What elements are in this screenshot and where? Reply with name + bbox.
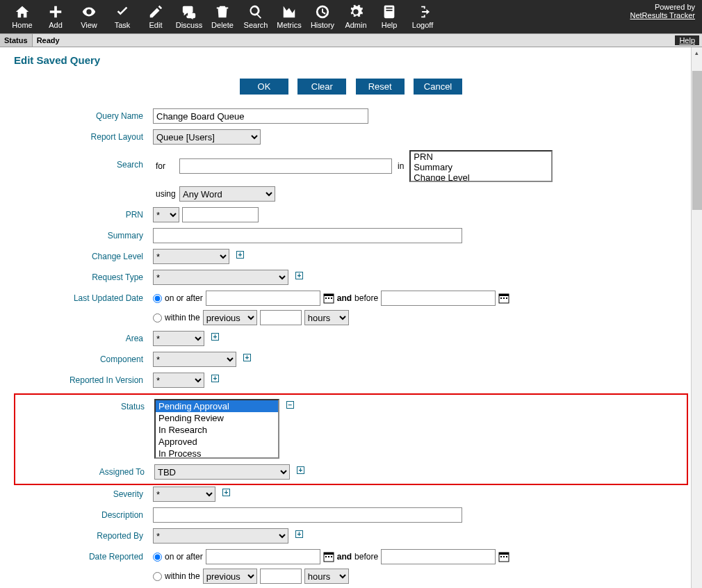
ok-button[interactable]: OK <box>240 79 288 95</box>
label-within: within the <box>165 313 200 322</box>
status-option[interactable]: Approved <box>156 436 278 448</box>
date-after-input[interactable] <box>206 291 320 306</box>
product-link[interactable]: NetResults Tracker <box>630 11 695 19</box>
area-select[interactable]: * <box>153 331 204 346</box>
toolbar-label: Task <box>115 21 131 29</box>
expand-icon[interactable]: + <box>211 375 219 382</box>
scroll-up-icon[interactable]: ▴ <box>692 47 702 58</box>
reported-by-select[interactable]: * <box>153 528 288 544</box>
on-or-after-radio[interactable] <box>153 294 162 303</box>
request-type-select[interactable]: * <box>153 270 288 285</box>
expand-icon[interactable]: + <box>243 354 251 361</box>
svg-rect-12 <box>325 556 327 557</box>
expand-icon[interactable]: + <box>295 530 303 538</box>
calendar-icon[interactable] <box>498 293 509 304</box>
label-report-layout: Report Layout <box>14 129 153 142</box>
plus-icon <box>48 4 63 19</box>
trash-icon <box>215 4 230 19</box>
toolbar-help[interactable]: Help <box>373 0 406 33</box>
toolbar-history[interactable]: History <box>306 0 339 33</box>
label-query-name: Query Name <box>14 108 153 121</box>
cancel-button[interactable]: Cancel <box>414 79 462 95</box>
label-description: Description <box>14 507 153 520</box>
collapse-icon[interactable]: − <box>286 401 294 409</box>
label-last-updated: Last Updated Date <box>14 291 153 303</box>
chart-icon <box>281 4 297 19</box>
date-reported-after-input[interactable] <box>206 549 320 564</box>
toolbar-admin[interactable]: Admin <box>339 0 373 33</box>
within-val-input[interactable] <box>260 569 302 584</box>
toolbar-edit[interactable]: Edit <box>139 0 172 33</box>
summary-input[interactable] <box>153 228 462 243</box>
within-radio[interactable] <box>153 572 162 581</box>
toolbar-label: History <box>311 21 334 29</box>
vertical-scrollbar[interactable]: ▴ <box>691 47 702 588</box>
status-option[interactable]: In Process <box>156 448 278 459</box>
status-option[interactable]: Pending Review <box>156 412 278 424</box>
severity-select[interactable]: * <box>153 487 215 502</box>
toolbar-delete[interactable]: Delete <box>206 0 239 33</box>
search-in-option[interactable]: Change Level <box>411 172 551 182</box>
description-input[interactable] <box>153 507 462 523</box>
logout-icon <box>415 4 430 19</box>
label-before: before <box>354 552 378 562</box>
svg-rect-18 <box>503 556 505 557</box>
toolbar-task[interactable]: Task <box>106 0 139 33</box>
expand-icon[interactable]: + <box>297 466 304 474</box>
label-component: Component <box>14 352 153 364</box>
within-radio[interactable] <box>153 313 162 322</box>
status-option[interactable]: In Research <box>156 424 278 436</box>
within-unit-select[interactable]: hours <box>304 569 349 584</box>
status-listbox[interactable]: Pending Approval Pending Review In Resea… <box>154 399 279 459</box>
svg-rect-14 <box>331 556 332 557</box>
toolbar-discuss[interactable]: Discuss <box>172 0 206 33</box>
reported-version-select[interactable]: * <box>153 373 204 388</box>
prn-op-select[interactable]: * <box>153 207 179 222</box>
check-icon <box>115 4 130 19</box>
expand-icon[interactable]: + <box>236 251 244 259</box>
page-content: Edit Saved Query OK Clear Reset Cancel Q… <box>0 47 702 588</box>
toolbar-view[interactable]: View <box>72 0 106 33</box>
expand-icon[interactable]: + <box>211 333 219 341</box>
date-reported-before-input[interactable] <box>381 549 496 564</box>
change-level-select[interactable]: * <box>153 249 229 264</box>
within-dir-select[interactable]: previous <box>203 310 257 325</box>
status-option[interactable]: Pending Approval <box>156 400 278 412</box>
search-icon <box>248 4 263 19</box>
query-name-input[interactable] <box>153 108 368 124</box>
on-or-after-radio[interactable] <box>153 553 162 562</box>
search-in-option[interactable]: PRN <box>411 152 551 162</box>
toolbar-label: Logoff <box>412 21 433 29</box>
within-dir-select[interactable]: previous <box>203 569 257 584</box>
within-val-input[interactable] <box>260 310 302 325</box>
calendar-icon[interactable] <box>323 551 334 562</box>
calendar-icon[interactable] <box>323 293 334 304</box>
prn-input[interactable] <box>182 207 259 222</box>
svg-rect-11 <box>324 553 334 555</box>
toolbar-home[interactable]: Home <box>6 0 39 33</box>
component-select[interactable]: * <box>153 352 236 367</box>
label-severity: Severity <box>14 487 153 499</box>
toolbar-metrics[interactable]: Metrics <box>272 0 306 33</box>
toolbar-search[interactable]: Search <box>239 0 272 33</box>
toolbar-label: Admin <box>345 21 366 29</box>
within-unit-select[interactable]: hours <box>304 310 349 325</box>
search-for-input[interactable] <box>179 158 392 174</box>
search-in-option[interactable]: Summary <box>411 162 551 172</box>
expand-icon[interactable]: + <box>222 489 230 496</box>
label-summary: Summary <box>14 228 153 240</box>
using-select[interactable]: Any Word <box>179 186 275 202</box>
clear-button[interactable]: Clear <box>297 79 346 95</box>
toolbar-add[interactable]: Add <box>39 0 72 33</box>
powered-by-label: Powered by <box>655 3 695 11</box>
toolbar-logoff[interactable]: Logoff <box>406 0 439 33</box>
date-before-input[interactable] <box>381 291 496 306</box>
search-in-listbox[interactable]: PRN Summary Change Level <box>409 150 553 182</box>
scrollbar-thumb[interactable] <box>692 71 702 210</box>
expand-icon[interactable]: + <box>295 272 303 279</box>
assigned-to-select[interactable]: TBD <box>154 464 290 480</box>
calendar-icon[interactable] <box>498 551 509 562</box>
reset-button[interactable]: Reset <box>356 79 405 95</box>
help-link[interactable]: Help <box>675 35 699 45</box>
report-layout-select[interactable]: Queue [Users] <box>153 129 261 145</box>
